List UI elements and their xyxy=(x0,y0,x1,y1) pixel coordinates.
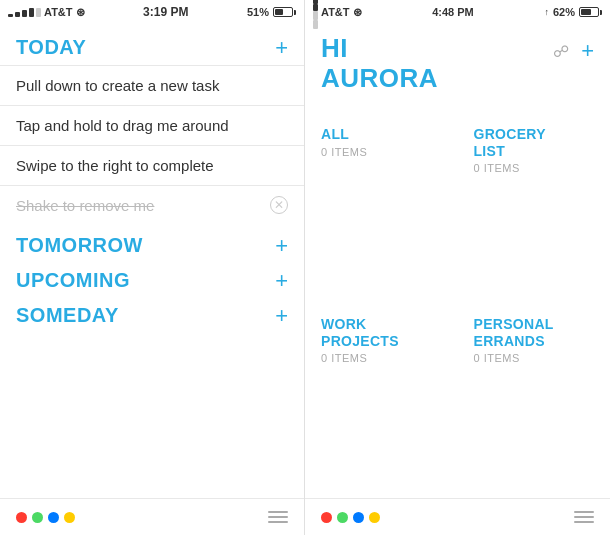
right-hamburger-line-3 xyxy=(574,521,594,523)
hamburger-line-3 xyxy=(268,521,288,523)
greeting-line2: AURORA xyxy=(321,64,438,94)
right-dot-blue[interactable] xyxy=(353,512,364,523)
wifi-icon: ⊛ xyxy=(76,6,85,19)
task-pull-down[interactable]: Pull down to create a new task xyxy=(0,65,304,105)
list-work-title: WORK PROJECTS xyxy=(321,316,442,350)
left-panel: AT&T ⊛ 3:19 PM 51% TODAY + Pull down to … xyxy=(0,0,305,535)
battery-body xyxy=(273,7,293,17)
r-dot2 xyxy=(313,0,318,4)
tomorrow-add-button[interactable]: + xyxy=(275,235,288,257)
list-grocery[interactable]: GROCERY LIST 0 ITEMS xyxy=(458,110,611,300)
right-time: 4:48 PM xyxy=(432,6,474,18)
right-battery-fill xyxy=(581,9,591,15)
task-shake-text: Shake to remove me xyxy=(16,197,154,214)
battery-icon xyxy=(273,7,296,17)
remove-task-button[interactable]: ✕ xyxy=(270,196,288,214)
left-battery-area: 51% xyxy=(247,6,296,18)
battery-cap xyxy=(294,10,296,15)
right-battery-body xyxy=(579,7,599,17)
hamburger-line-2 xyxy=(268,516,288,518)
right-hamburger-line-2 xyxy=(574,516,594,518)
lists-grid: ALL 0 ITEMS GROCERY LIST 0 ITEMS WORK PR… xyxy=(305,102,610,498)
today-title: TODAY xyxy=(16,36,86,59)
dot-blue[interactable] xyxy=(48,512,59,523)
r-dot3 xyxy=(313,4,318,11)
someday-add-button[interactable]: + xyxy=(275,305,288,327)
right-battery-pct: 62% xyxy=(553,6,575,18)
dot-red[interactable] xyxy=(16,512,27,523)
right-header-icons: ☍ + xyxy=(553,34,594,64)
right-dot-yellow[interactable] xyxy=(369,512,380,523)
r-dot4 xyxy=(313,11,318,20)
today-add-button[interactable]: + xyxy=(275,37,288,59)
tomorrow-title: TOMORROW xyxy=(16,234,143,257)
greeting: HI AURORA xyxy=(321,34,438,94)
list-grocery-count: 0 ITEMS xyxy=(474,162,595,174)
left-dot-icons[interactable] xyxy=(16,512,75,523)
dot5 xyxy=(36,8,41,17)
chat-icon[interactable]: ☍ xyxy=(553,42,569,61)
left-content: TODAY + Pull down to create a new task T… xyxy=(0,22,304,498)
tomorrow-header: TOMORROW + xyxy=(0,228,304,263)
right-footer xyxy=(305,498,610,535)
right-arrow-icon: ↑ xyxy=(544,7,549,17)
someday-title: SOMEDAY xyxy=(16,304,119,327)
list-all-count: 0 ITEMS xyxy=(321,146,442,158)
greeting-line1: HI xyxy=(321,34,438,64)
left-time: 3:19 PM xyxy=(143,5,188,19)
right-dot-green[interactable] xyxy=(337,512,348,523)
right-wifi-icon: ⊛ xyxy=(353,6,362,19)
right-panel: AT&T ⊛ 4:48 PM ↑ 62% HI AURORA ☍ + A xyxy=(305,0,610,535)
task-tap-hold[interactable]: Tap and hold to drag me around xyxy=(0,105,304,145)
right-battery-area: ↑ 62% xyxy=(544,6,602,18)
list-all-title: ALL xyxy=(321,126,442,143)
list-work[interactable]: WORK PROJECTS 0 ITEMS xyxy=(305,300,458,490)
right-dot-icons[interactable] xyxy=(321,512,380,523)
list-personal-count: 0 ITEMS xyxy=(474,352,595,364)
hamburger-line-1 xyxy=(268,511,288,513)
signal-dots xyxy=(8,8,41,17)
list-all[interactable]: ALL 0 ITEMS xyxy=(305,110,458,300)
task-swipe-right[interactable]: Swipe to the right to complete xyxy=(0,145,304,185)
right-dot-red[interactable] xyxy=(321,512,332,523)
dot-yellow[interactable] xyxy=(64,512,75,523)
dot1 xyxy=(8,14,13,17)
left-carrier: AT&T ⊛ xyxy=(8,6,85,19)
today-header: TODAY + xyxy=(0,30,304,65)
right-carrier-name: AT&T xyxy=(321,6,350,18)
left-footer xyxy=(0,498,304,535)
upcoming-title: UPCOMING xyxy=(16,269,130,292)
someday-header: SOMEDAY + xyxy=(0,298,304,333)
battery-fill xyxy=(275,9,283,15)
list-grocery-title: GROCERY LIST xyxy=(474,126,595,160)
left-menu-icon[interactable] xyxy=(268,511,288,523)
list-work-count: 0 ITEMS xyxy=(321,352,442,364)
upcoming-header: UPCOMING + xyxy=(0,263,304,298)
right-header: HI AURORA ☍ + xyxy=(305,22,610,102)
dot3 xyxy=(22,10,27,17)
battery-pct: 51% xyxy=(247,6,269,18)
task-shake[interactable]: Shake to remove me ✕ xyxy=(0,185,304,224)
right-hamburger-line-1 xyxy=(574,511,594,513)
left-status-bar: AT&T ⊛ 3:19 PM 51% xyxy=(0,0,304,22)
add-list-button[interactable]: + xyxy=(581,38,594,64)
list-personal[interactable]: PERSONAL ERRANDS 0 ITEMS xyxy=(458,300,611,490)
dot-green[interactable] xyxy=(32,512,43,523)
right-battery-icon xyxy=(579,7,602,17)
carrier-name: AT&T xyxy=(44,6,73,18)
right-battery-cap xyxy=(600,10,602,15)
dot4 xyxy=(29,8,34,17)
list-personal-title: PERSONAL ERRANDS xyxy=(474,316,595,350)
right-menu-icon[interactable] xyxy=(574,511,594,523)
upcoming-add-button[interactable]: + xyxy=(275,270,288,292)
dot2 xyxy=(15,12,20,17)
right-status-bar: AT&T ⊛ 4:48 PM ↑ 62% xyxy=(305,0,610,22)
